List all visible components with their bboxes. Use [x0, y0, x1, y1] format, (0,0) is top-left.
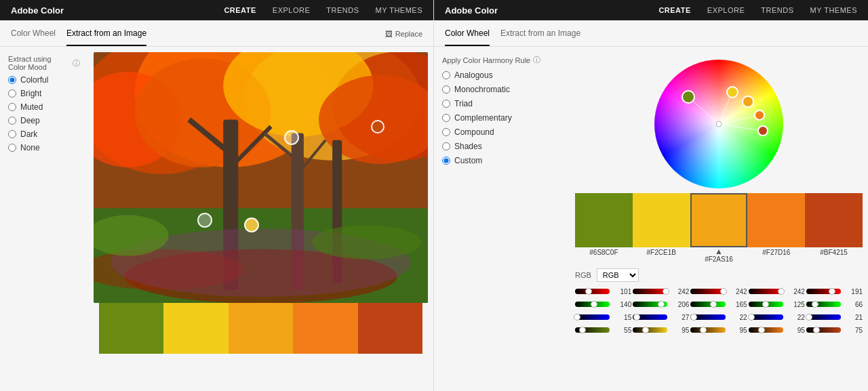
swatch-block-5[interactable] [805, 193, 863, 247]
harmony-monochromatic[interactable]: Monochromatic [442, 85, 561, 94]
harmony-label: Apply Color Harmony Rule ⓘ [442, 55, 561, 65]
color-wheel[interactable] [654, 60, 783, 188]
tab-color-wheel-left[interactable]: Color Wheel [11, 28, 56, 46]
main-image [94, 52, 428, 303]
slider-r-4: 242 [749, 286, 805, 297]
swatch-block-1[interactable] [575, 193, 633, 247]
color-mode-label: RGB [575, 271, 591, 279]
swatch-block-3[interactable] [690, 193, 748, 247]
color-dot-orange[interactable] [371, 120, 384, 133]
left-top-nav: Adobe Color CREATE EXPLORE TRENDS MY THE… [0, 0, 433, 20]
mood-muted[interactable]: Muted [8, 102, 80, 112]
right-brand: Adobe Color [445, 5, 498, 16]
color-wheel-gradient [654, 60, 783, 188]
swatch-col-3: ▲ #F2AS16 [690, 193, 748, 263]
harmony-complementary[interactable]: Complementary [442, 113, 561, 123]
replace-button[interactable]: 🖼 Replace [385, 30, 422, 45]
color-mode-select[interactable]: RGB HSB CMYK Lab [597, 268, 639, 282]
slider-a-2: 95 [633, 325, 689, 335]
slider-r-1: 101 [575, 286, 631, 297]
swatch-col-5: #BF4215 [805, 193, 863, 263]
swatch-2[interactable] [163, 303, 228, 354]
slider-g-3: 165 [690, 299, 747, 310]
left-nav-trends[interactable]: TRENDS [326, 6, 359, 14]
harmony-triad[interactable]: Triad [442, 99, 561, 108]
slider-a-4: 95 [749, 325, 805, 335]
sliders-container: 101 140 [575, 286, 863, 337]
slider-b-1: 15 [575, 312, 631, 323]
right-nav-create[interactable]: CREATE [658, 6, 690, 14]
palette-strip [99, 303, 422, 354]
slider-r-3: 242 [690, 286, 747, 297]
harmony-analogous[interactable]: Analogous [442, 70, 561, 80]
left-nav-explore[interactable]: EXPLORE [273, 6, 310, 14]
sliders-col-3: 242 165 [690, 286, 747, 337]
slider-b-4: 22 [749, 312, 805, 323]
swatch-blocks-row: #6S8C0F #F2CE1B ▲ #F2AS16 #F27D16 [575, 193, 863, 263]
right-tab-bar: Color Wheel Extract from an Image [434, 20, 868, 47]
slider-r-5: 191 [806, 286, 863, 297]
scene-svg [94, 52, 428, 303]
left-tab-bar: Color Wheel Extract from an Image 🖼 Repl… [0, 20, 433, 47]
tab-extract-image-left[interactable]: Extract from an Image [66, 28, 146, 46]
harmony-custom[interactable]: Custom [442, 156, 561, 165]
mood-sidebar: Extract using Color Mood ⓘ Colorful Brig… [0, 47, 88, 391]
right-nav-explore[interactable]: EXPLORE [707, 6, 745, 14]
harmony-shades[interactable]: Shades [442, 142, 561, 151]
left-nav-mythemes[interactable]: MY THEMES [376, 6, 423, 14]
image-icon: 🖼 [385, 30, 393, 38]
swatch-col-2: #F2CE1B [633, 193, 690, 263]
swatch-4[interactable] [293, 303, 357, 354]
mood-colorful[interactable]: Colorful [8, 75, 80, 85]
swatch-col-1: #6S8C0F [575, 193, 633, 263]
swatch-hex-4: #F27D16 [762, 247, 790, 258]
svg-point-21 [312, 225, 421, 259]
color-controls: RGB RGB HSB CMYK Lab [575, 266, 863, 337]
slider-g-2: 206 [633, 299, 689, 310]
sliders-col-2: 242 206 [633, 286, 689, 337]
slider-a-1: 55 [575, 325, 631, 335]
color-dot-yellow[interactable] [244, 218, 259, 232]
swatch-hex-3: #F2AS16 [705, 255, 733, 263]
harmony-sidebar: Apply Color Harmony Rule ⓘ Analogous Mon… [434, 47, 570, 391]
sliders-col-1: 101 140 [575, 286, 631, 337]
color-dot-yellow-green[interactable] [284, 130, 299, 145]
right-nav: CREATE EXPLORE TRENDS MY THEMES [658, 6, 857, 14]
tab-color-wheel-right[interactable]: Color Wheel [445, 28, 490, 46]
mood-bright[interactable]: Bright [8, 89, 80, 98]
right-top-nav: Adobe Color CREATE EXPLORE TRENDS MY THE… [434, 0, 868, 20]
image-area [88, 47, 433, 391]
mood-none[interactable]: None [8, 143, 80, 152]
info-icon: ⓘ [73, 58, 80, 68]
swatch-col-4: #F27D16 [747, 193, 805, 263]
swatch-hex-1: #6S8C0F [589, 247, 618, 258]
slider-r-2: 242 [633, 286, 689, 297]
swatch-arrow-3: ▲ [715, 247, 723, 255]
slider-g-4: 125 [749, 299, 805, 310]
right-nav-mythemes[interactable]: MY THEMES [810, 6, 858, 14]
wheel-white-overlay [654, 60, 783, 188]
slider-g-5: 66 [806, 299, 863, 310]
swatch-3[interactable] [229, 303, 293, 354]
mood-dark[interactable]: Dark [8, 129, 80, 139]
slider-g-1: 140 [575, 299, 631, 310]
mood-deep[interactable]: Deep [8, 116, 80, 125]
swatch-1[interactable] [99, 303, 163, 354]
sliders-col-5: 191 66 [806, 286, 863, 337]
tab-extract-image-right[interactable]: Extract from an Image [500, 28, 580, 46]
slider-a-3: 95 [690, 325, 747, 335]
swatch-hex-5: #BF4215 [820, 247, 848, 258]
slider-b-2: 27 [633, 312, 689, 323]
left-nav: CREATE EXPLORE TRENDS MY THEMES [224, 6, 422, 14]
right-nav-trends[interactable]: TRENDS [761, 6, 793, 14]
slider-a-5: 75 [806, 325, 863, 335]
swatch-5[interactable] [358, 303, 422, 354]
slider-b-3: 22 [690, 312, 747, 323]
sliders-col-4: 242 125 [749, 286, 805, 337]
swatch-block-4[interactable] [747, 193, 805, 247]
swatch-block-2[interactable] [633, 193, 690, 247]
left-nav-create[interactable]: CREATE [224, 6, 256, 14]
harmony-compound[interactable]: Compound [442, 127, 561, 137]
color-dot-tan[interactable] [197, 213, 212, 228]
extract-label: Extract using Color Mood ⓘ [8, 55, 80, 71]
